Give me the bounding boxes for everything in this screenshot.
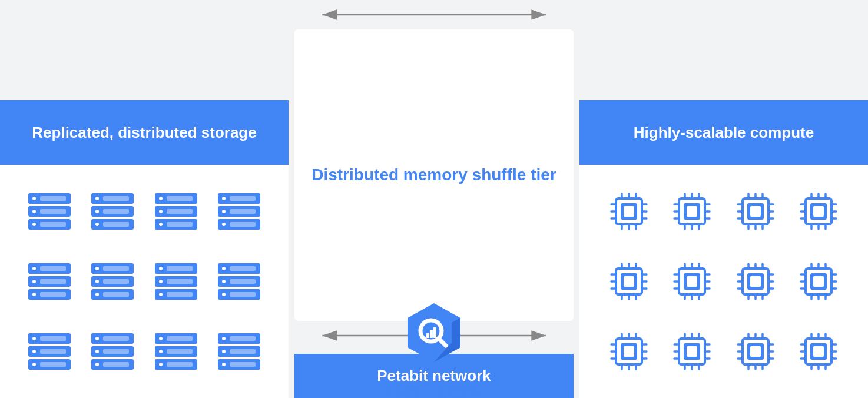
svg-rect-24 bbox=[167, 196, 193, 201]
svg-rect-105 bbox=[230, 336, 256, 341]
server-row-3 bbox=[18, 331, 271, 372]
svg-rect-60 bbox=[167, 266, 193, 271]
svg-point-50 bbox=[95, 293, 99, 296]
svg-rect-98 bbox=[167, 362, 193, 367]
svg-rect-113 bbox=[433, 327, 436, 338]
storage-label: Replicated, distributed storage bbox=[32, 124, 256, 142]
svg-rect-17 bbox=[103, 222, 129, 227]
server-row-1 bbox=[18, 191, 271, 232]
svg-rect-89 bbox=[103, 362, 129, 367]
svg-rect-106 bbox=[230, 349, 256, 354]
svg-rect-34 bbox=[230, 209, 256, 214]
svg-rect-44 bbox=[40, 292, 66, 297]
storage-header: Replicated, distributed storage bbox=[0, 100, 289, 165]
svg-point-85 bbox=[95, 350, 99, 353]
svg-rect-213 bbox=[750, 276, 761, 287]
server-icon bbox=[26, 331, 73, 372]
cpu-icon bbox=[605, 188, 652, 235]
svg-point-3 bbox=[32, 197, 36, 200]
cpu-icon bbox=[795, 188, 842, 235]
svg-rect-33 bbox=[230, 196, 256, 201]
svg-rect-107 bbox=[230, 362, 256, 367]
svg-point-14 bbox=[95, 223, 99, 226]
storage-content bbox=[0, 165, 289, 398]
svg-point-75 bbox=[32, 337, 36, 340]
svg-point-57 bbox=[159, 267, 163, 270]
svg-point-77 bbox=[32, 363, 36, 366]
svg-point-13 bbox=[95, 210, 99, 213]
svg-rect-273 bbox=[750, 346, 761, 357]
left-column: Replicated, distributed storage bbox=[0, 0, 289, 398]
server-icon bbox=[26, 261, 73, 302]
cpu-icon bbox=[668, 188, 715, 235]
compute-content bbox=[579, 165, 868, 398]
cpu-icon bbox=[732, 188, 779, 235]
svg-point-12 bbox=[95, 197, 99, 200]
svg-point-68 bbox=[222, 293, 226, 296]
server-icon bbox=[216, 331, 263, 372]
svg-rect-43 bbox=[40, 279, 66, 284]
bigquery-label: BigQuery bbox=[386, 379, 482, 398]
svg-point-49 bbox=[95, 280, 99, 283]
svg-point-23 bbox=[159, 223, 163, 226]
svg-rect-15 bbox=[103, 196, 129, 201]
svg-rect-79 bbox=[40, 349, 66, 354]
svg-point-40 bbox=[32, 280, 36, 283]
shuffle-box: Distributed memory shuffle tier bbox=[294, 29, 574, 321]
svg-rect-35 bbox=[230, 222, 256, 227]
svg-point-86 bbox=[95, 363, 99, 366]
svg-point-22 bbox=[159, 210, 163, 213]
svg-point-94 bbox=[159, 350, 163, 353]
svg-rect-71 bbox=[230, 292, 256, 297]
svg-rect-7 bbox=[40, 209, 66, 214]
svg-point-84 bbox=[95, 337, 99, 340]
svg-rect-52 bbox=[103, 279, 129, 284]
svg-rect-168 bbox=[813, 206, 824, 217]
svg-rect-51 bbox=[103, 266, 129, 271]
svg-rect-243 bbox=[624, 346, 634, 357]
svg-rect-88 bbox=[103, 349, 129, 354]
svg-point-48 bbox=[95, 267, 99, 270]
svg-rect-70 bbox=[230, 279, 256, 284]
svg-point-103 bbox=[222, 350, 226, 353]
compute-label: Highly-scalable compute bbox=[634, 124, 814, 142]
svg-point-67 bbox=[222, 280, 226, 283]
cpu-icon bbox=[605, 328, 652, 375]
svg-point-58 bbox=[159, 280, 163, 283]
svg-rect-123 bbox=[624, 206, 634, 217]
svg-point-31 bbox=[222, 210, 226, 213]
server-icon bbox=[26, 191, 73, 232]
cpu-icon bbox=[795, 258, 842, 305]
svg-point-93 bbox=[159, 337, 163, 340]
right-column: Highly-scalable compute bbox=[579, 0, 868, 398]
cpu-icon bbox=[668, 258, 715, 305]
bigquery-logo: BigQuery bbox=[386, 300, 482, 398]
svg-rect-8 bbox=[40, 222, 66, 227]
server-icon bbox=[216, 191, 263, 232]
server-icon bbox=[89, 331, 136, 372]
svg-rect-288 bbox=[813, 346, 824, 357]
cpu-icon bbox=[732, 258, 779, 305]
svg-rect-228 bbox=[813, 276, 824, 287]
cpu-row-1 bbox=[597, 188, 850, 235]
svg-point-30 bbox=[222, 197, 226, 200]
svg-rect-111 bbox=[426, 333, 429, 338]
svg-rect-258 bbox=[687, 346, 697, 357]
cpu-row-2 bbox=[597, 258, 850, 305]
svg-point-66 bbox=[222, 267, 226, 270]
top-arrow-row bbox=[294, 0, 574, 29]
svg-point-32 bbox=[222, 223, 226, 226]
svg-rect-61 bbox=[167, 279, 193, 284]
cpu-icon bbox=[732, 328, 779, 375]
server-row-2 bbox=[18, 261, 271, 302]
svg-rect-87 bbox=[103, 336, 129, 341]
svg-rect-198 bbox=[687, 276, 697, 287]
svg-point-41 bbox=[32, 293, 36, 296]
svg-rect-42 bbox=[40, 266, 66, 271]
main-container: Replicated, distributed storage bbox=[0, 0, 868, 398]
svg-rect-183 bbox=[624, 276, 634, 287]
svg-rect-80 bbox=[40, 362, 66, 367]
cpu-icon bbox=[605, 258, 652, 305]
center-column: BigQuery bbox=[289, 0, 579, 398]
svg-point-5 bbox=[32, 223, 36, 226]
